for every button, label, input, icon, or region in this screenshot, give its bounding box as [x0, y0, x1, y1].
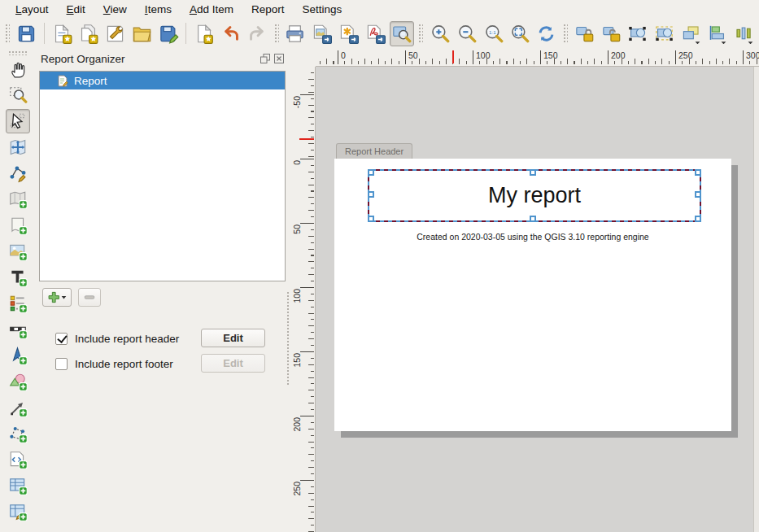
- save-project-button[interactable]: [14, 21, 39, 46]
- main-toolbar: 1:1: [0, 18, 759, 49]
- new-layout-button[interactable]: [50, 21, 75, 46]
- add-map-tool[interactable]: [6, 187, 30, 211]
- tree-item-report[interactable]: Report: [40, 72, 285, 89]
- select-cursor-icon: [8, 111, 28, 131]
- add-north-arrow-tool[interactable]: [6, 343, 30, 368]
- toolbox-drag-handle[interactable]: [8, 50, 28, 55]
- resize-handle[interactable]: [368, 169, 374, 176]
- include-footer-row: Include report footer Edit: [55, 354, 265, 373]
- add-scalebar-tool[interactable]: [6, 317, 30, 342]
- duplicate-layout-button[interactable]: [76, 21, 101, 46]
- duplicate-layout-icon: [78, 24, 98, 44]
- unlock-items-button[interactable]: [599, 21, 624, 46]
- vertical-scrollbar[interactable]: [753, 67, 759, 532]
- new-layout-icon: [52, 24, 72, 44]
- toolbar-drag-handle[interactable]: [563, 24, 568, 44]
- resize-handle[interactable]: [695, 191, 701, 198]
- toolbar-drag-handle[interactable]: [418, 24, 423, 44]
- refresh-icon: [536, 24, 556, 44]
- redo-icon: [247, 24, 268, 44]
- layout-manager-button[interactable]: [103, 21, 128, 46]
- resize-handle[interactable]: [368, 191, 374, 198]
- panel-title-bar: Report Organizer: [36, 49, 290, 68]
- menu-layout[interactable]: Layout: [7, 2, 58, 17]
- distribute-items-button[interactable]: [731, 21, 757, 46]
- move-item-content-tool[interactable]: [6, 135, 30, 159]
- resize-handle[interactable]: [530, 216, 536, 222]
- menu-settings[interactable]: Settings: [293, 2, 351, 17]
- add-map-icon: [8, 190, 28, 209]
- pan-tool[interactable]: [6, 57, 30, 81]
- selected-label-item[interactable]: My report: [368, 169, 701, 222]
- resize-handle[interactable]: [695, 216, 701, 222]
- raise-items-button[interactable]: [678, 21, 704, 46]
- export-svg-button[interactable]: [336, 21, 361, 46]
- menu-view[interactable]: View: [94, 2, 136, 17]
- close-panel-icon[interactable]: [273, 53, 285, 64]
- edit-nodes-tool[interactable]: [6, 161, 30, 185]
- export-pdf-icon: [365, 24, 386, 44]
- zoom-actual-button[interactable]: 1:1: [481, 21, 506, 46]
- zoom-region-button[interactable]: [390, 21, 415, 46]
- group-items-icon: [627, 24, 648, 44]
- add-legend-tool[interactable]: [6, 291, 30, 316]
- zoom-full-button[interactable]: [507, 21, 532, 46]
- include-header-row: Include report header Edit: [55, 329, 265, 348]
- resize-handle[interactable]: [530, 169, 536, 176]
- add-fixed-table-tool[interactable]: [6, 499, 30, 524]
- add-attribute-table-tool[interactable]: [6, 473, 30, 498]
- print-button[interactable]: [283, 21, 308, 46]
- add-section-button[interactable]: [42, 288, 72, 307]
- ungroup-items-button[interactable]: [652, 21, 677, 46]
- distribute-items-icon: [734, 24, 754, 44]
- zoom-rect-icon: [8, 85, 28, 105]
- export-svg-icon: [338, 24, 359, 44]
- export-pdf-button[interactable]: [363, 21, 388, 46]
- add-arrow-tool[interactable]: [6, 395, 30, 420]
- group-items-button[interactable]: [625, 21, 650, 46]
- zoom-tool[interactable]: [6, 83, 30, 107]
- zoom-out-button[interactable]: [454, 21, 479, 46]
- panel-title: Report Organizer: [41, 53, 257, 65]
- report-header-tab: Report Header: [336, 143, 412, 159]
- resize-handle[interactable]: [368, 216, 374, 222]
- add-html-tool[interactable]: [6, 447, 30, 472]
- align-items-button[interactable]: [705, 21, 731, 46]
- align-items-icon: [707, 24, 727, 44]
- toolbar-drag-handle[interactable]: [274, 24, 279, 44]
- toolbar-separator: [44, 23, 45, 44]
- save-as-template-button[interactable]: [156, 21, 181, 46]
- undo-button[interactable]: [218, 21, 243, 46]
- menu-bar: Layout Edit View Items Add Item Report S…: [0, 0, 759, 18]
- select-move-item-tool[interactable]: [6, 109, 30, 133]
- include-header-label: Include report header: [75, 333, 179, 345]
- add-shape-tool[interactable]: [6, 369, 30, 394]
- add-label-tool[interactable]: [6, 265, 30, 290]
- lock-items-button[interactable]: [572, 21, 597, 46]
- menu-report[interactable]: Report: [242, 2, 294, 17]
- add-items-from-template-button[interactable]: [191, 21, 216, 46]
- refresh-view-button[interactable]: [534, 21, 559, 46]
- remove-section-button[interactable]: [78, 288, 101, 307]
- float-panel-icon[interactable]: [260, 53, 271, 64]
- resize-handle[interactable]: [695, 169, 701, 176]
- add-3d-map-tool[interactable]: [6, 213, 30, 238]
- layout-canvas[interactable]: Report Header My report: [316, 67, 759, 532]
- add-picture-tool[interactable]: [6, 239, 30, 264]
- toolbar-drag-handle[interactable]: [5, 24, 10, 44]
- zoom-in-button[interactable]: [427, 21, 452, 46]
- edit-header-button[interactable]: Edit: [201, 329, 265, 347]
- add-node-item-icon: [8, 424, 28, 443]
- load-from-template-button[interactable]: [129, 21, 155, 46]
- redo-button[interactable]: [245, 21, 270, 46]
- include-footer-checkbox[interactable]: [55, 358, 68, 370]
- report-title-text: My report: [488, 183, 581, 208]
- export-image-button[interactable]: [309, 21, 334, 46]
- report-tree: Report: [39, 71, 286, 281]
- menu-add-item[interactable]: Add Item: [181, 2, 242, 17]
- menu-edit[interactable]: Edit: [58, 2, 94, 17]
- add-node-item-tool[interactable]: [6, 421, 30, 446]
- menu-items[interactable]: Items: [136, 2, 181, 17]
- include-header-checkbox[interactable]: [55, 333, 68, 345]
- edit-footer-button[interactable]: Edit: [201, 354, 265, 373]
